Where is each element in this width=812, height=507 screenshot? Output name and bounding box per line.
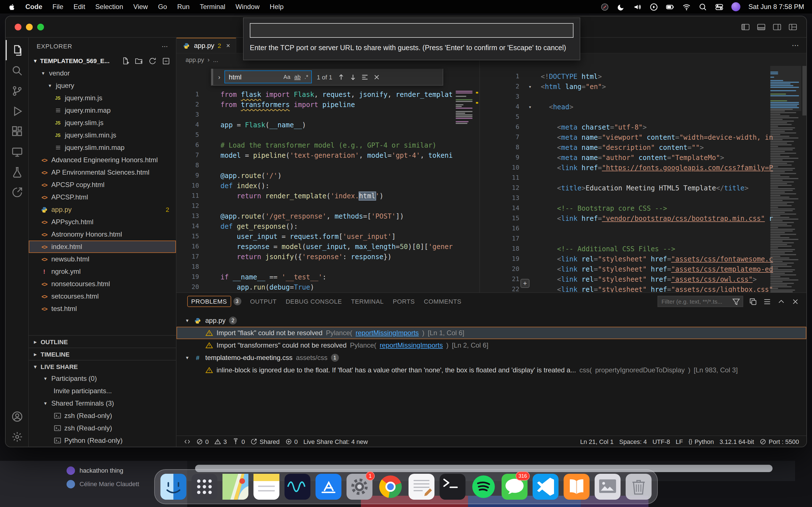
close-window-button[interactable] (15, 23, 21, 30)
code-line[interactable]: 17 (480, 234, 806, 244)
dock-launchpad-icon[interactable] (192, 474, 217, 500)
panel-tab-problems[interactable]: PROBLEMS3 (188, 297, 241, 305)
code-line[interactable]: 1from flask import Flask, request, jsoni… (176, 90, 479, 100)
code-line[interactable]: 2▾<html lang="en"> (480, 82, 806, 92)
status-warning-count[interactable]: 3 (211, 438, 230, 445)
code-line[interactable]: 12 (176, 201, 479, 211)
menu-item-window[interactable]: Window (236, 3, 259, 11)
editor-scrollbar[interactable] (802, 66, 806, 115)
menu-item-file[interactable]: File (52, 3, 63, 11)
status-live-share-chat[interactable]: Live Share Chat: 4 new (301, 438, 371, 445)
tree-item-jquery-min-map[interactable]: jquery.min.map (29, 104, 176, 117)
code-line[interactable]: 4app = Flask(__name__) (176, 120, 479, 130)
filter-icon[interactable] (732, 297, 741, 305)
live-share-icon[interactable] (5, 182, 29, 202)
dock-app-store-icon[interactable] (315, 474, 342, 500)
port-url-input[interactable] (250, 23, 573, 38)
code-line[interactable]: 20 app.run(debug=True) (176, 282, 479, 292)
dock-maps-icon[interactable] (222, 474, 248, 500)
code-line[interactable]: 4▾ <head> (480, 102, 806, 112)
menu-item-terminal[interactable]: Terminal (200, 3, 225, 11)
editor-app-py[interactable]: › Aa ab .* 1 of 1 (176, 66, 479, 292)
status-live-server-port[interactable]: Port : 5500 (757, 438, 802, 445)
tree-item-test-html[interactable]: <>test.html (29, 302, 176, 315)
code-line[interactable]: 7model = pipeline('text-generation', mod… (176, 151, 479, 161)
minimap-viewport[interactable] (770, 66, 801, 111)
zoom-window-button[interactable] (37, 23, 44, 30)
customize-layout-icon[interactable] (788, 22, 797, 31)
code-line[interactable]: 5 (176, 130, 479, 140)
code-line[interactable]: 11 return render_template('index.html') (176, 191, 479, 201)
live-share-participants-0-[interactable]: ▾Participants (0) (29, 372, 176, 385)
find-collapse-icon[interactable]: › (218, 73, 220, 80)
toggle-primary-sidebar-icon[interactable] (741, 22, 750, 31)
user-avatar[interactable] (732, 2, 741, 11)
wifi-icon[interactable] (682, 3, 691, 11)
code-line[interactable]: 2from transformers import pipeline (176, 100, 479, 110)
code-line[interactable]: 13 (480, 193, 806, 203)
find-widget-grip[interactable] (211, 69, 213, 85)
code-line[interactable]: 9@app.route('/') (176, 171, 479, 181)
code-line[interactable]: 20 <link rel="stylesheet" href="assets/c… (480, 264, 806, 274)
code-line[interactable]: 18 (176, 262, 479, 272)
tree-item-jquery-slim-js[interactable]: JSjquery.slim.js (29, 117, 176, 129)
workspace-root-row[interactable]: ▾ TEMPLATEMO_569_E... (29, 55, 176, 67)
code-line[interactable]: 6 <meta charset="utf-8"> (480, 122, 806, 132)
tree-item-jquery-min-js[interactable]: JSjquery.min.js (29, 92, 176, 104)
code-line[interactable]: 16 response = model(user_input, max_leng… (176, 242, 479, 252)
dock-notes-icon[interactable] (253, 474, 280, 500)
spotlight-icon[interactable] (699, 3, 707, 11)
code-line[interactable]: 13@app.route('/get_response', methods=['… (176, 211, 479, 221)
problem-row[interactable]: inline-block is ignored due to the float… (176, 364, 806, 376)
now-playing-icon[interactable] (650, 3, 658, 11)
view-as-list-icon[interactable] (763, 297, 771, 305)
status-language-mode[interactable]: {}Python (686, 438, 717, 445)
toggle-panel-icon[interactable] (757, 22, 766, 31)
problem-code-link[interactable]: reportMissingImports (380, 341, 443, 349)
code-line[interactable]: 3 (176, 110, 479, 120)
problem-row[interactable]: Import "flask" could not be resolvedPyla… (176, 327, 806, 339)
code-line[interactable]: 14def get_response(): (176, 221, 479, 231)
problem-row[interactable]: Import "transformers" could not be resol… (176, 339, 806, 351)
breadcrumb-item[interactable]: ... (213, 56, 218, 63)
code-line[interactable]: 1<!DOCTYPE html> (480, 71, 806, 82)
tree-item-apcsp-copy-html[interactable]: <>APCSP copy.html (29, 179, 176, 191)
menu-item-go[interactable]: Go (158, 3, 167, 11)
code-line[interactable]: 19 <link rel="stylesheet" href="assets/c… (480, 254, 806, 264)
code-line[interactable]: 7 <meta name="viewport" content="width=d… (480, 132, 806, 143)
code-line[interactable]: 10def index(): (176, 181, 479, 191)
tree-item-jquery-slim-min-map[interactable]: jquery.slim.min.map (29, 142, 176, 154)
maximize-panel-icon[interactable] (777, 297, 785, 305)
section-outline[interactable]: ▸OUTLINE (29, 335, 176, 348)
dock-terminal-icon[interactable] (440, 474, 465, 500)
status-guest-count[interactable]: 0 (283, 438, 301, 445)
code-line[interactable]: 15 user_input = request.form['user_input… (176, 231, 479, 242)
remote-icon[interactable] (5, 142, 29, 162)
editor-actions-icon[interactable]: ⋯ (792, 41, 806, 50)
volume-icon[interactable] (633, 3, 642, 11)
explorer-more-actions-icon[interactable]: ⋯ (161, 43, 168, 50)
code-line[interactable]: 18 <!-- Additional CSS Files --> (480, 244, 806, 254)
toggle-secondary-sidebar-icon[interactable] (772, 22, 781, 31)
tree-item-index-html[interactable]: <>index.html (29, 240, 176, 253)
battery-icon[interactable] (666, 3, 675, 11)
menu-item-run[interactable]: Run (177, 3, 190, 11)
dock-vscode-icon[interactable] (532, 474, 559, 500)
tree-item-ngrok-yml[interactable]: !ngrok.yml (29, 265, 176, 278)
find-next-icon[interactable] (349, 73, 357, 81)
settings-icon[interactable] (5, 427, 29, 447)
status-broadcast-count[interactable]: 0 (230, 438, 248, 445)
find-input[interactable] (227, 72, 280, 81)
dock-messages-icon[interactable]: 316 (502, 474, 527, 500)
whole-word-icon[interactable]: ab (294, 74, 301, 80)
account-icon[interactable] (5, 406, 29, 427)
dock-spotify-icon[interactable] (470, 474, 497, 500)
code-line[interactable]: 5 (480, 112, 806, 122)
new-folder-icon[interactable] (135, 57, 143, 65)
dock-wave-icon[interactable] (285, 474, 310, 500)
live-share-invite-participants-[interactable]: Invite participants... (29, 385, 176, 397)
code-line[interactable]: 17 return jsonify({'response': response}… (176, 252, 479, 262)
extensions-icon[interactable] (5, 121, 29, 142)
close-panel-icon[interactable] (791, 297, 800, 305)
dock-books-icon[interactable] (564, 474, 590, 500)
